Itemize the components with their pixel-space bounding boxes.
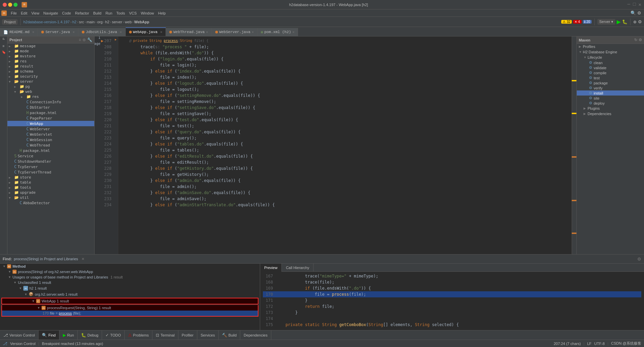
sidebar-item-dbstarter[interactable]: C DbStarter bbox=[7, 105, 94, 110]
run-btn[interactable]: ▶ bbox=[617, 19, 621, 25]
find-webapp-node[interactable]: ▼ C WebApp 1 result bbox=[1, 298, 258, 304]
warning-count[interactable]: ⚠ 32 bbox=[561, 20, 572, 24]
sidebar-item-web[interactable]: ▼ 📂 web bbox=[7, 89, 94, 94]
tab-webapp[interactable]: WebApp.java ✕ bbox=[126, 27, 166, 36]
tab-close-webthread[interactable]: ✕ bbox=[206, 30, 208, 34]
debug-btn[interactable]: 🐛 bbox=[622, 19, 627, 24]
sidebar-item-webserver[interactable]: C WebServer bbox=[7, 126, 94, 132]
bottom-tab-services[interactable]: Services bbox=[197, 330, 219, 340]
close-btn[interactable] bbox=[3, 3, 7, 7]
sidebar-item-tools[interactable]: ▶ 📁 tools bbox=[7, 185, 94, 190]
find-result-line[interactable]: 170 file = process (file); bbox=[1, 311, 258, 317]
sidebar-item-util[interactable]: ▼ 📂 util bbox=[7, 195, 94, 200]
menu-help[interactable]: Help bbox=[156, 10, 168, 16]
tab-close-webapp[interactable]: ✕ bbox=[160, 30, 162, 34]
sidebar-item-package-html2[interactable]: H package.html bbox=[7, 148, 94, 153]
sidebar-item-connectioninfo[interactable]: C ConnectionInfo bbox=[7, 99, 94, 105]
sidebar-item-websession[interactable]: C WebSession bbox=[7, 137, 94, 142]
bottom-tab-version-control[interactable]: ⎇ Version Control bbox=[0, 330, 39, 340]
sidebar-item-webservlet[interactable]: C WebServlet bbox=[7, 132, 94, 137]
menu-navigate[interactable]: Navigate bbox=[41, 10, 60, 16]
max-btn[interactable] bbox=[14, 3, 18, 7]
maven-package[interactable]: ⚙ package bbox=[577, 80, 644, 85]
maven-plugins[interactable]: ▶ Plugins bbox=[577, 106, 644, 111]
menu-refactor[interactable]: Refactor bbox=[73, 10, 91, 16]
bottom-tab-profiler[interactable]: Profiler bbox=[178, 330, 197, 340]
maven-profiles[interactable]: ▶ Profiles bbox=[577, 44, 644, 49]
run-config[interactable]: Server ▾ bbox=[597, 19, 615, 25]
maven-settings-icon[interactable]: ⚙ bbox=[639, 38, 642, 42]
window-right-controls[interactable]: ─ □ ✕ bbox=[627, 2, 641, 7]
bottom-tab-todo[interactable]: ✓ TODO bbox=[102, 330, 125, 340]
maven-refresh-icon[interactable]: ↻ bbox=[634, 38, 637, 42]
settings-gear-icon[interactable]: ⚙ bbox=[638, 19, 642, 24]
sidebar-item-store[interactable]: ▶ 📁 store bbox=[7, 175, 94, 180]
tab-close-webserver[interactable]: ✕ bbox=[252, 30, 254, 34]
sidebar-controls[interactable]: ≡ ⊕ 🔧 bbox=[79, 37, 92, 42]
preview-tab[interactable]: Preview bbox=[260, 264, 282, 272]
maven-install[interactable]: ⚙ install bbox=[577, 90, 644, 96]
menu-vcs[interactable]: VCS bbox=[127, 10, 139, 16]
menu-window[interactable]: Window bbox=[139, 10, 156, 16]
bottom-tab-run[interactable]: ▶ Run bbox=[59, 330, 78, 340]
tab-close-pom[interactable]: ✕ bbox=[292, 30, 294, 34]
menu-view[interactable]: View bbox=[29, 10, 42, 16]
bottom-tab-debug[interactable]: 🐛 Debug bbox=[78, 330, 102, 340]
sidebar-item-server[interactable]: ▼ 📂 server bbox=[7, 79, 94, 84]
sidebar-item-tcpserverthread[interactable]: C TcpServerThread bbox=[7, 169, 94, 175]
window-controls[interactable] bbox=[3, 3, 18, 7]
structure-icon[interactable]: ≡ bbox=[2, 45, 4, 48]
sidebar-item-res[interactable]: ▶ 📁 res bbox=[7, 59, 94, 64]
bottom-tab-terminal[interactable]: ⊡ Terminal bbox=[152, 330, 178, 340]
find-processrequest-node[interactable]: ▼ m processRequest(String, String) 1 res… bbox=[1, 305, 258, 311]
sidebar-item-shutdownhandler[interactable]: C ShutdownHandler bbox=[7, 159, 94, 164]
maven-deploy[interactable]: ⚙ deploy bbox=[577, 101, 644, 106]
error-count[interactable]: ✕ 4 bbox=[573, 20, 581, 24]
bottom-tab-problems[interactable]: ⚠ Problems bbox=[125, 330, 152, 340]
sidebar-item-security[interactable]: ▶ 📁 security bbox=[7, 74, 94, 79]
bookmarks-icon[interactable]: 🔖 bbox=[2, 50, 6, 54]
menu-run[interactable]: Run bbox=[103, 10, 114, 16]
line-ending[interactable]: LF bbox=[587, 342, 592, 346]
maven-test[interactable]: ⚙ test bbox=[577, 75, 644, 80]
sidebar-item-pg[interactable]: ▶ 📁 pg bbox=[7, 84, 94, 89]
menu-file[interactable]: File bbox=[9, 10, 19, 16]
sidebar-item-tcpserver[interactable]: C TcpServer bbox=[7, 164, 94, 169]
maven-clean[interactable]: ⚙ clean bbox=[577, 60, 644, 65]
sidebar-item-webapp[interactable]: C WebApp bbox=[7, 121, 94, 126]
tab-close-jdbc[interactable]: ✕ bbox=[120, 30, 122, 34]
settings-icon[interactable]: ⚙ bbox=[637, 10, 641, 16]
sidebar-item-web-res[interactable]: ▶ 📁 res bbox=[7, 94, 94, 99]
sidebar-item-pageparser[interactable]: C PageParser bbox=[7, 115, 94, 121]
find-h2-node[interactable]: ▼ H h2 1 result bbox=[0, 285, 260, 291]
sidebar-item-table[interactable]: ▶ 📁 table bbox=[7, 180, 94, 185]
maven-compile[interactable]: ⚙ compile bbox=[577, 70, 644, 75]
sidebar-item-mode[interactable]: ▶ 📁 mode bbox=[7, 49, 94, 54]
sidebar-item-abbadetector[interactable]: C AbbaDetector bbox=[7, 200, 94, 206]
maven-h2[interactable]: ▼ H2 Database Engine bbox=[577, 49, 644, 55]
tab-close-server[interactable]: ✕ bbox=[73, 30, 75, 34]
sidebar-item-upgrade[interactable]: ▶ 📁 upgrade bbox=[7, 190, 94, 195]
min-btn[interactable] bbox=[8, 3, 12, 7]
tab-webthread[interactable]: WebThread.java ✕ bbox=[166, 28, 212, 36]
bottom-tab-dependencies[interactable]: Dependencies bbox=[240, 330, 271, 340]
sidebar-item-webthread[interactable]: C WebThread bbox=[7, 142, 94, 148]
find-unclassified[interactable]: ▼ Unclassified 1 result bbox=[0, 280, 260, 285]
tab-webserver[interactable]: WebServer.java ✕ bbox=[212, 28, 257, 36]
sidebar-item-mvstore[interactable]: ▶ 📁 mvstore bbox=[7, 54, 94, 59]
maven-validate[interactable]: ⚙ validate bbox=[577, 65, 644, 70]
tab-close-readme[interactable]: ✕ bbox=[32, 30, 34, 34]
sidebar-item-message[interactable]: ▶ 📁 message bbox=[7, 44, 94, 49]
maven-verify[interactable]: ⚙ verify bbox=[577, 85, 644, 90]
menu-code[interactable]: Code bbox=[60, 10, 73, 16]
find-close[interactable]: ✕ bbox=[81, 257, 84, 261]
bottom-tab-find[interactable]: 🔍 Find bbox=[39, 330, 59, 340]
tab-readme[interactable]: 📄 README.md ✕ bbox=[0, 28, 38, 36]
info-count[interactable]: ℹ 20 bbox=[583, 20, 592, 24]
project-icon[interactable]: P bbox=[2, 38, 5, 40]
tab-pom[interactable]: ▣ pom.xml (h2) ✕ bbox=[257, 28, 298, 36]
code-content[interactable]: @ private String process(String file) { … bbox=[118, 36, 572, 254]
menu-edit[interactable]: Edit bbox=[19, 10, 29, 16]
maven-lifecycle[interactable]: ▼ Lifecycle bbox=[577, 55, 644, 60]
menu-tools[interactable]: Tools bbox=[114, 10, 127, 16]
